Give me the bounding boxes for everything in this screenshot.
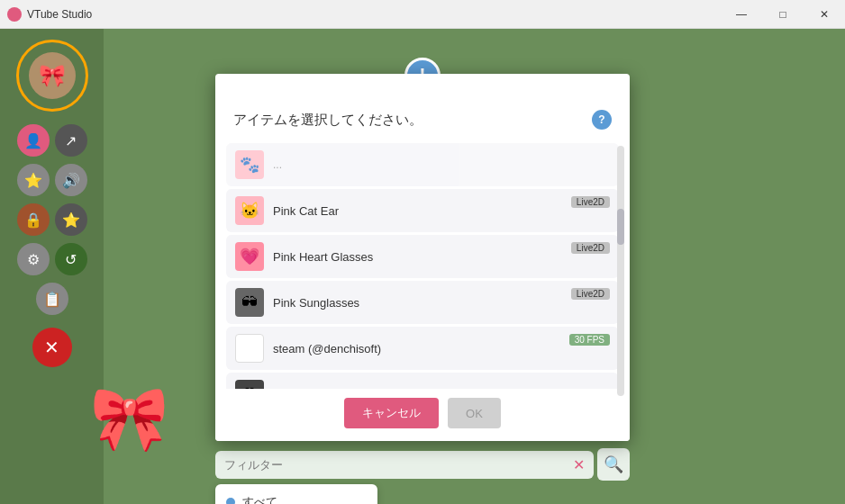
item-thumb [235, 334, 264, 363]
item-thumb: 🕶 [235, 380, 264, 389]
modal-overlay: ! アイテムを選択してください。 ? 🐾 ... [0, 29, 845, 504]
modal-title: アイテムを選択してください。 [233, 112, 422, 129]
modal-dialog: アイテムを選択してください。 ? 🐾 ... 🐱 Pink Ca [215, 74, 630, 441]
filter-clear-icon[interactable]: ✕ [573, 456, 585, 473]
filter-search-button[interactable]: 🔍 [597, 448, 630, 481]
app-title: VTube Studio [27, 8, 92, 21]
list-item[interactable]: 🐱 Pink Cat Ear Live2D [226, 189, 619, 232]
category-dot-all [226, 498, 235, 504]
window-controls: — □ ✕ [721, 0, 845, 29]
item-badge: Live2D [571, 288, 610, 300]
minimize-button[interactable]: — [721, 0, 762, 29]
item-name: sunglasses_black (@catboymech) [273, 388, 610, 390]
scrollbar-track[interactable] [617, 146, 624, 396]
list-item[interactable]: 🕶 sunglasses_black (@catboymech) [226, 373, 619, 389]
list-item[interactable]: 🕶 Pink Sunglasses Live2D [226, 281, 619, 324]
item-name: Pink Sunglasses [273, 296, 610, 310]
list-item[interactable]: steam (@denchisoft) 30 FPS [226, 327, 619, 370]
list-item[interactable]: 💗 Pink Heart Glasses Live2D [226, 235, 619, 278]
category-label-all: すべて [242, 494, 277, 504]
item-thumb: 💗 [235, 242, 264, 271]
item-thumb: 🐱 [235, 196, 264, 225]
main-area: 🎀 👤 ↗ ⭐ 🔊 🔒 ⭐ ⚙ ↺ 📋 ✕ [0, 29, 845, 504]
titlebar: VTube Studio — □ ✕ [0, 0, 845, 29]
filter-bar: ✕ 🔍 [215, 448, 630, 481]
item-badge: 30 FPS [569, 334, 610, 346]
list-item[interactable]: 🐾 ... [226, 143, 619, 186]
category-all[interactable]: すべて [215, 490, 377, 504]
modal-footer: キャンセル OK [215, 389, 630, 441]
item-name: Pink Cat Ear [273, 204, 610, 218]
filter-input-wrap: ✕ [215, 451, 594, 479]
modal-wrapper: ! アイテムを選択してください。 ? 🐾 ... [215, 74, 630, 504]
item-name: Pink Heart Glasses [273, 250, 610, 264]
item-thumb: 🕶 [235, 288, 264, 317]
scrollbar-thumb[interactable] [617, 209, 624, 245]
item-name: steam (@denchisoft) [273, 342, 610, 356]
filter-input[interactable] [224, 458, 569, 472]
item-badge: Live2D [571, 242, 610, 254]
ok-button[interactable]: OK [448, 398, 501, 428]
close-button[interactable]: ✕ [804, 0, 845, 29]
item-badge: Live2D [571, 196, 610, 208]
item-thumb: 🐾 [235, 150, 264, 179]
modal-header: アイテムを選択してください。 ? [215, 95, 630, 137]
cancel-button[interactable]: キャンセル [344, 398, 439, 428]
modal-info-button[interactable]: ? [592, 110, 612, 130]
item-list[interactable]: 🐾 ... 🐱 Pink Cat Ear Live2D 💗 Pink Heart… [215, 137, 630, 389]
app-logo [7, 7, 22, 22]
category-dropdown: すべて 助くアイテム Live2D [215, 484, 377, 504]
maximize-button[interactable]: □ [762, 0, 804, 29]
